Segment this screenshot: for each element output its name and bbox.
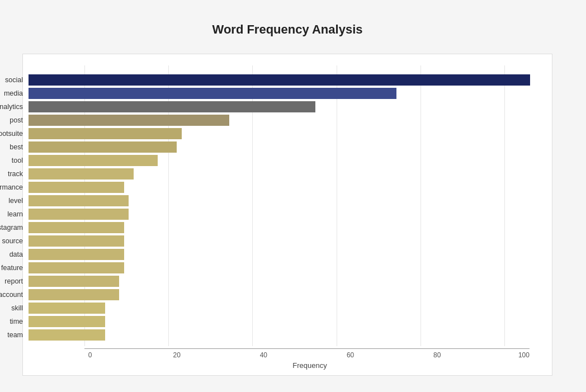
x-tick: 0: [84, 351, 96, 359]
bar: [29, 262, 124, 273]
bar-label: media: [0, 89, 29, 97]
bar: [29, 128, 182, 139]
bar-label: hootsuite: [0, 130, 29, 138]
bar-row: post: [29, 114, 535, 126]
bar-row: level: [29, 195, 535, 206]
bar-row: social: [29, 74, 535, 86]
bar-label: tool: [0, 157, 29, 164]
bar: [29, 155, 158, 166]
bar-row: learn: [29, 208, 535, 220]
bar: [29, 115, 229, 126]
bar-label: analytics: [0, 103, 29, 111]
x-tick: 60: [345, 351, 356, 359]
bar-label: post: [0, 116, 29, 124]
bar: [29, 316, 105, 327]
bar-row: performance: [29, 181, 535, 193]
x-axis-label: Frequency: [84, 361, 535, 370]
bar-label: skill: [0, 304, 29, 312]
bar: [29, 303, 105, 314]
bar-label: account: [0, 291, 29, 299]
bar-row: account: [29, 289, 535, 300]
bar-label: track: [0, 170, 29, 178]
x-tick: 40: [258, 351, 269, 359]
bar-label: source: [0, 237, 29, 245]
bar: [29, 276, 119, 287]
bar-row: time: [29, 315, 535, 327]
bar-row: media: [29, 87, 535, 99]
bar-label: learn: [0, 210, 29, 218]
bar: [29, 74, 530, 86]
bar-row: feature: [29, 262, 535, 273]
bar-row: skill: [29, 302, 535, 314]
bar-label: time: [0, 318, 29, 325]
bar: [29, 168, 134, 180]
bar-row: report: [29, 275, 535, 287]
bar-row: data: [29, 248, 535, 260]
bar-label: best: [0, 143, 29, 151]
bar-label: social: [0, 76, 29, 84]
x-tick: 80: [432, 351, 443, 359]
bar-label: data: [0, 251, 29, 258]
bar-row: best: [29, 141, 535, 153]
bar-row: tool: [29, 154, 535, 166]
bar-label: level: [0, 197, 29, 205]
bar-label: performance: [0, 183, 29, 191]
bar: [29, 141, 177, 153]
bar-row: track: [29, 168, 535, 180]
bar: [29, 182, 124, 193]
bar: [29, 249, 124, 260]
bar: [29, 209, 129, 220]
bar-label: report: [0, 277, 29, 285]
bar: [29, 222, 124, 233]
bar-row: analytics: [29, 101, 535, 112]
bar-row: hootsuite: [29, 127, 535, 139]
bar-label: team: [0, 331, 29, 339]
bar: [29, 101, 315, 112]
bar: [29, 289, 119, 300]
chart-title: Word Frequency Analysis: [22, 22, 552, 37]
bar-label: feature: [0, 264, 29, 272]
chart-container: Word Frequency Analysis socialmediaanaly…: [11, 11, 575, 392]
x-tick: 20: [171, 351, 182, 359]
bar-row: instagram: [29, 221, 535, 233]
bar: [29, 329, 105, 341]
bar-row: team: [29, 329, 535, 341]
bar-row: source: [29, 235, 535, 247]
bar: [29, 195, 129, 206]
bar-label: instagram: [0, 224, 29, 232]
x-tick: 100: [518, 351, 530, 359]
bar: [29, 235, 124, 247]
bar: [29, 88, 396, 99]
